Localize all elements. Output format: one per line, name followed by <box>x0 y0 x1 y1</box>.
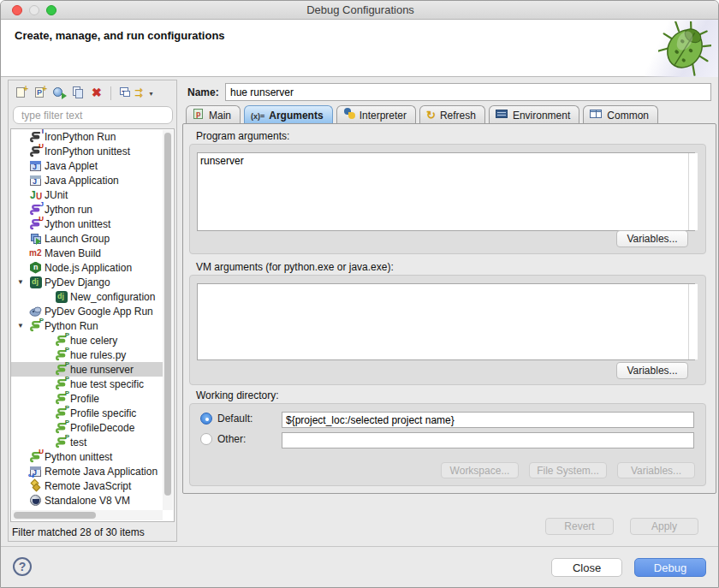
tab-label: Common <box>607 110 649 122</box>
textarea-scrollbar[interactable] <box>688 284 698 359</box>
tree-item-label: Jython run <box>45 204 92 216</box>
workspace--button[interactable]: Workspace... <box>441 462 519 478</box>
duplicate-icon <box>71 86 85 102</box>
tree-item-ironpython-run[interactable]: IIronPython Run <box>11 129 163 144</box>
program-arguments-variables-button[interactable]: Variables... <box>616 230 688 247</box>
export-launch-configurations-button[interactable] <box>50 84 68 103</box>
duplicate-launch-configuration-button[interactable] <box>68 84 87 103</box>
tree-item-label: IronPython unittest <box>45 146 130 157</box>
tab-refresh[interactable]: ↻Refresh <box>419 105 485 124</box>
close-button[interactable]: Close <box>551 558 622 577</box>
tree-item-jython-run[interactable]: JJython run <box>11 202 163 217</box>
new-config-icon: + <box>15 86 28 102</box>
tree-item-label: Launch Group <box>45 233 110 245</box>
tree-item-hue-celery[interactable]: Phue celery <box>11 333 163 347</box>
tree-item-python-run[interactable]: ▼PPython Run <box>11 318 163 333</box>
vm-arguments-group: Variables... <box>189 275 706 385</box>
other-radio[interactable] <box>200 433 212 445</box>
collapse-all-button[interactable]: - <box>116 84 134 103</box>
tree-item-label: Java Application <box>45 175 119 187</box>
default-radio[interactable] <box>200 413 212 425</box>
program-arguments-textarea[interactable]: runserver <box>197 152 695 231</box>
tab-arguments[interactable]: (x)=Arguments <box>244 105 333 124</box>
tree-vertical-scrollbar[interactable] <box>163 130 173 510</box>
python-run-icon: P <box>55 436 68 449</box>
scrollbar-thumb[interactable] <box>14 512 96 519</box>
textarea-scrollbar[interactable] <box>688 153 698 230</box>
tree-item-remote-javascript[interactable]: Remote JavaScript <box>11 478 163 493</box>
tree-item-jython-unittest[interactable]: UJython unittest <box>11 217 163 231</box>
tree-item-ironpython-unittest[interactable]: UIronPython unittest <box>11 144 163 158</box>
tree-item-junit[interactable]: JUJUnit <box>11 187 163 202</box>
tree-item-label: Node.js Application <box>45 262 132 274</box>
filter-launch-configurations-button[interactable]: ⇾⇾▾ <box>134 84 153 103</box>
ironpython-unittest-icon: U <box>29 145 43 158</box>
tree-item-launch-group[interactable]: Launch Group <box>11 231 163 246</box>
tree-item-profile-specific[interactable]: PProfile specific <box>11 406 163 420</box>
vm-arguments-textarea[interactable] <box>197 283 695 360</box>
tree-item-label: Python Run <box>45 320 98 332</box>
common-tab-icon <box>590 107 603 123</box>
tab-label: Interpreter <box>360 110 407 122</box>
toolbar-separator <box>110 86 111 100</box>
expander-triangle-icon[interactable]: ▼ <box>17 278 26 286</box>
tree-item-node-js-application[interactable]: nNode.js Application <box>11 260 163 275</box>
configuration-tabs: pMain(x)=ArgumentsInterpreter↻RefreshEnv… <box>186 104 662 124</box>
tree-item-java-applet[interactable]: JJava Applet <box>11 158 163 173</box>
tree-item-hue-rules-py[interactable]: Phue rules.py <box>11 347 163 362</box>
tree-item-pydev-django[interactable]: ▼djPyDev Django <box>11 275 163 289</box>
tree-item-label: Maven Build <box>45 247 101 259</box>
pydev-django-icon: dj <box>55 290 68 304</box>
jython-unittest-icon: U <box>29 217 43 231</box>
tree-item-python-unittest[interactable]: UPython unittest <box>11 449 163 464</box>
vm-arguments-variables-button[interactable]: Variables... <box>616 362 688 379</box>
banner-title: Create, manage, and run configurations <box>15 29 225 42</box>
tab-label: Environment <box>513 110 570 122</box>
revert-button[interactable]: Revert <box>545 518 614 535</box>
tab-interpreter[interactable]: Interpreter <box>336 105 416 124</box>
tab-common[interactable]: Common <box>583 105 658 124</box>
working-directory-buttons: Workspace...File System...Variables... <box>441 462 695 478</box>
tab-label: Arguments <box>269 110 323 122</box>
tree-item-new-configuration[interactable]: djNew_configuration <box>11 289 163 304</box>
collapse-all-icon: - <box>118 86 132 102</box>
tree-item-label: JUnit <box>45 189 68 201</box>
export-config-icon <box>52 86 66 102</box>
window-title: Debug Configurations <box>1 3 719 16</box>
tree-item-java-application[interactable]: JJava Application <box>11 173 163 187</box>
tree-item-hue-runserver[interactable]: Phue runserver <box>11 362 163 377</box>
filter-input[interactable] <box>13 106 173 124</box>
default-directory-input[interactable] <box>282 412 694 428</box>
tree-horizontal-scrollbar[interactable] <box>12 510 163 520</box>
tree-item-test[interactable]: Ptest <box>11 435 163 449</box>
debug-button[interactable]: Debug <box>634 558 706 577</box>
help-icon[interactable]: ? <box>13 557 32 576</box>
tree-item-maven-build[interactable]: m2Maven Build <box>11 246 163 260</box>
nodejs-app-icon: n <box>29 261 43 275</box>
new-launch-configuration-button[interactable]: + <box>12 84 31 103</box>
new-launch-prototype-button[interactable]: P+ <box>31 84 50 103</box>
apply-button[interactable]: Apply <box>630 518 698 535</box>
variables--button[interactable]: Variables... <box>617 462 695 478</box>
tab-environment[interactable]: Environment <box>489 105 579 124</box>
other-directory-input[interactable] <box>282 432 694 448</box>
tree-item-remote-java-application[interactable]: J↪Remote Java Application <box>11 464 163 478</box>
scrollbar-thumb[interactable] <box>164 133 171 496</box>
program-arguments-label: Program arguments: <box>196 130 289 142</box>
tree-item-label: PyDev Django <box>45 276 110 288</box>
tree-item-label: Remote Java Application <box>45 466 157 478</box>
configuration-name-input[interactable] <box>225 83 711 101</box>
tree-item-hue-test-specific[interactable]: Phue test specific <box>11 377 163 391</box>
tree-item-label: Profile <box>70 393 99 405</box>
file-system--button[interactable]: File System... <box>529 462 607 478</box>
tree-item-profile[interactable]: PProfile <box>11 391 163 406</box>
tree-item-standalone-v8-vm[interactable]: Standalone V8 VM <box>11 493 163 508</box>
tab-main[interactable]: pMain <box>186 105 241 124</box>
tree-item-pydev-google-app-run[interactable]: PyDev Google App Run <box>11 304 163 318</box>
delete-icon: ✖ <box>90 86 104 102</box>
name-label: Name: <box>187 86 219 98</box>
tree-item-profiledecode[interactable]: PProfileDecode <box>11 420 163 435</box>
delete-launch-configuration-button[interactable]: ✖ <box>87 84 106 103</box>
expander-triangle-icon[interactable]: ▼ <box>17 322 26 330</box>
tree-item-label: ProfileDecode <box>70 422 134 434</box>
